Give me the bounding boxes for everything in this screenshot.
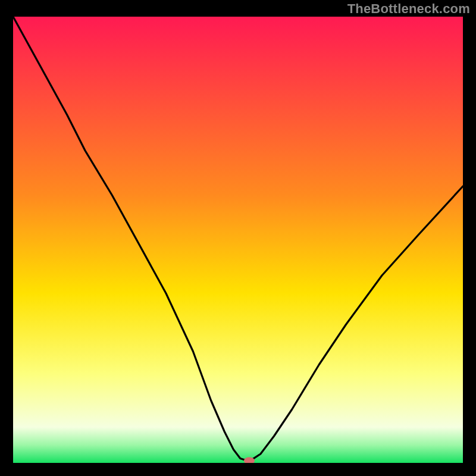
- chart-container: TheBottleneck.com: [0, 0, 476, 476]
- plot-frame: [13, 17, 463, 463]
- watermark-text: TheBottleneck.com: [347, 1, 470, 17]
- gradient-background: [13, 17, 463, 463]
- bottleneck-plot: [13, 17, 463, 463]
